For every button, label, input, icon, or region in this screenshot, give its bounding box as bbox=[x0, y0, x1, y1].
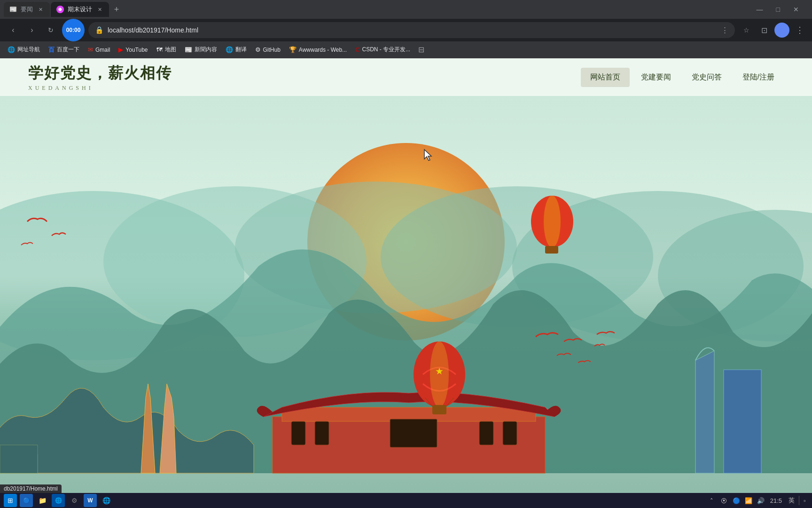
tray-chevron[interactable]: ˄ bbox=[707, 496, 717, 505]
taskbar-system-tray: ˄ ⦿ 🔵 📶 🔊 21:5 英 ▫ bbox=[707, 496, 808, 505]
bookmark-news[interactable]: 📰 新聞内容 bbox=[181, 44, 221, 56]
bookmark-nav[interactable]: 🌐 网址导航 bbox=[4, 44, 44, 56]
tab-2-label: 期末设计 bbox=[68, 5, 92, 14]
address-text: localhost/db201917/Home.html bbox=[108, 26, 718, 34]
extensions-button[interactable]: ⊡ bbox=[757, 24, 771, 37]
bookmarks-bar: 🌐 网址导航 百 百度一下 ✉ Gmail ▶ YouTube 🗺 地图 📰 新… bbox=[0, 41, 812, 58]
tab-2-close[interactable]: ✕ bbox=[96, 6, 103, 13]
settings-button[interactable]: ⚙ bbox=[68, 494, 81, 507]
clock[interactable]: 21:5 bbox=[768, 496, 784, 505]
tray-icon-2[interactable]: 🔵 bbox=[732, 496, 741, 505]
web-content: ★ bbox=[0, 58, 812, 493]
site-header: 学好党史，薪火相传 XUEDANGSHI 网站首页 党建要闻 党史问答 登陆/注… bbox=[0, 58, 812, 96]
address-icons: ⋮ bbox=[721, 26, 728, 34]
start-button[interactable]: ⊞ bbox=[4, 494, 17, 507]
tab-2-favicon: ⬟ bbox=[56, 6, 64, 13]
site-subtitle: XUEDANGSHI bbox=[28, 85, 172, 92]
browser-chrome: 📰 要闻 ✕ ⬟ 期末设计 ✕ + — □ ✕ ‹ › ↻ 00:00 🔒 bbox=[0, 0, 812, 58]
file-explorer-button[interactable]: 📁 bbox=[36, 494, 49, 507]
bookmark-awwwards[interactable]: 🏆 Awwwards - Web... bbox=[285, 44, 351, 56]
forward-button[interactable]: › bbox=[24, 23, 39, 38]
tab-1-close[interactable]: ✕ bbox=[37, 6, 44, 13]
address-field[interactable]: 🔒 localhost/db201917/Home.html ⋮ bbox=[88, 22, 735, 38]
bookmark-icon[interactable]: ☆ bbox=[739, 23, 754, 38]
nav-party-news[interactable]: 党建要闻 bbox=[632, 68, 680, 87]
search-icon[interactable]: ⋮ bbox=[721, 26, 728, 34]
tray-icon-1[interactable]: ⦿ bbox=[719, 496, 729, 505]
tab-1-favicon: 📰 bbox=[9, 6, 17, 13]
bookmark-baidu[interactable]: 百 百度一下 bbox=[45, 44, 83, 56]
new-tab-button[interactable]: + bbox=[110, 3, 123, 16]
timer-display: 00:00 bbox=[66, 27, 81, 33]
address-bar-row: ‹ › ↻ 00:00 🔒 localhost/db201917/Home.ht… bbox=[0, 19, 812, 41]
back-button[interactable]: ‹ bbox=[6, 23, 21, 38]
profile-button[interactable] bbox=[774, 23, 789, 38]
close-button[interactable]: ✕ bbox=[788, 6, 804, 13]
site-nav: 网站首页 党建要闻 党史问答 登陆/注册 bbox=[581, 68, 784, 87]
search-button[interactable]: 🔵 bbox=[20, 494, 33, 507]
hero-background: ★ bbox=[0, 58, 812, 493]
bookmark-maps[interactable]: 🗺 地图 bbox=[153, 44, 180, 56]
word-button[interactable]: W bbox=[84, 494, 97, 507]
bookmarks-apps-button[interactable]: ⊟ bbox=[415, 44, 427, 56]
timer-button[interactable]: 00:00 bbox=[62, 19, 85, 41]
site-title: 学好党史，薪火相传 bbox=[28, 63, 172, 84]
tab-1[interactable]: 📰 要闻 ✕ bbox=[4, 2, 50, 17]
tray-icon-3[interactable]: 📶 bbox=[744, 496, 753, 505]
bookmark-youtube[interactable]: ▶ YouTube bbox=[115, 44, 151, 56]
language-indicator[interactable]: 英 bbox=[787, 496, 796, 505]
site-logo: 学好党史，薪火相传 XUEDANGSHI bbox=[28, 63, 172, 92]
nav-home[interactable]: 网站首页 bbox=[581, 68, 630, 87]
tab-2[interactable]: ⬟ 期末设计 ✕ bbox=[51, 2, 109, 17]
bookmark-csdn[interactable]: C CSDN - 专业开发... bbox=[351, 44, 414, 56]
maximize-button[interactable]: □ bbox=[771, 6, 786, 13]
bookmark-gmail[interactable]: ✉ Gmail bbox=[84, 44, 114, 56]
show-desktop-button[interactable]: ▫ bbox=[799, 496, 808, 505]
refresh-button[interactable]: ↻ bbox=[43, 23, 58, 38]
bookmark-translate[interactable]: 🌐 翻译 bbox=[222, 44, 250, 56]
edge-button[interactable]: 🌐 bbox=[52, 494, 65, 507]
sun-illustration bbox=[307, 143, 505, 341]
nav-login[interactable]: 登陆/注册 bbox=[733, 68, 784, 87]
menu-button[interactable]: ⋮ bbox=[793, 24, 806, 37]
taskbar: ⊞ 🔵 📁 🌐 ⚙ W 🌐 ˄ ⦿ 🔵 📶 🔊 21:5 英 bbox=[0, 493, 812, 508]
nav-history-qa[interactable]: 党史问答 bbox=[682, 68, 731, 87]
tray-icon-4[interactable]: 🔊 bbox=[756, 496, 765, 505]
tab-1-label: 要闻 bbox=[21, 5, 33, 14]
tab-bar: 📰 要闻 ✕ ⬟ 期末设计 ✕ + — □ ✕ bbox=[0, 0, 812, 19]
minimize-button[interactable]: — bbox=[751, 6, 769, 13]
window-controls: — □ ✕ bbox=[751, 6, 808, 13]
chrome-button[interactable]: 🌐 bbox=[100, 494, 113, 507]
status-url: db201917/Home.html bbox=[0, 484, 62, 493]
bookmark-github[interactable]: ⚙ GitHub bbox=[251, 44, 284, 56]
secure-icon: 🔒 bbox=[95, 26, 104, 34]
